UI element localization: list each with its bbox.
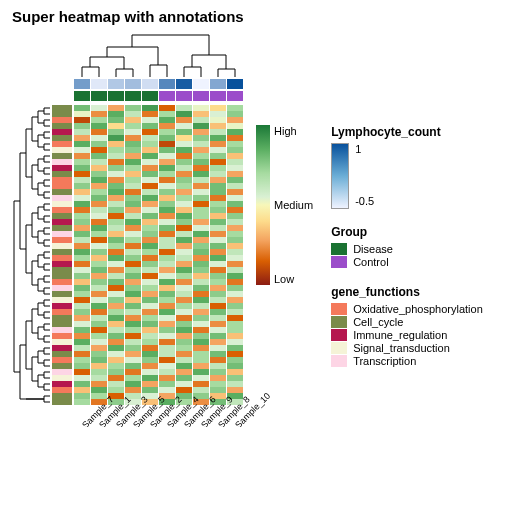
group-cell <box>74 91 90 101</box>
lymph-cell <box>108 79 124 89</box>
lymph-cell <box>210 79 226 89</box>
lymph-tick-high: 1 <box>355 143 374 155</box>
swatch <box>331 342 347 354</box>
swatch <box>331 316 347 328</box>
legend-item: Transcription <box>331 355 483 367</box>
chart-title: Super heatmap with annotations <box>12 8 510 25</box>
lymph-cell <box>74 79 90 89</box>
legend-label: Signal_transduction <box>353 342 450 354</box>
legend-lymphocyte: Lymphocyte_count 1 -0.5 <box>331 125 483 209</box>
lymph-cell <box>193 79 209 89</box>
legend-label: Immune_regulation <box>353 329 447 341</box>
group-cell <box>108 91 124 101</box>
swatch <box>331 243 347 255</box>
legend-label: Cell_cycle <box>353 316 403 328</box>
legend-group: Group DiseaseControl <box>331 225 483 269</box>
lymphocyte-colorbar <box>331 143 349 209</box>
swatch <box>331 355 347 367</box>
gene-functions-strip <box>52 105 72 405</box>
group-cell <box>159 91 175 101</box>
legend-title-gene: gene_functions <box>331 285 483 299</box>
legend-title-group: Group <box>331 225 483 239</box>
legend-label: Disease <box>353 243 393 255</box>
group-cell <box>193 91 209 101</box>
swatch <box>331 256 347 268</box>
legend-item: Immune_regulation <box>331 329 483 341</box>
swatch <box>331 303 347 315</box>
group-strip <box>74 91 244 101</box>
legend-item: Control <box>331 256 483 268</box>
heatmap-colorbar: High Medium Low <box>256 125 313 285</box>
legends: Lymphocyte_count 1 -0.5 Group DiseaseCon… <box>331 29 483 368</box>
lymph-cell <box>227 79 243 89</box>
lymph-tick-low: -0.5 <box>355 195 374 207</box>
lymph-cell <box>91 79 107 89</box>
lymph-cell <box>176 79 192 89</box>
legend-item: Disease <box>331 243 483 255</box>
lymphocyte-count-strip <box>74 79 244 89</box>
column-label: Sample_7 <box>80 411 99 427</box>
lymph-cell <box>125 79 141 89</box>
heatmap-matrix <box>74 105 244 405</box>
group-cell <box>91 91 107 101</box>
group-cell <box>125 91 141 101</box>
legend-title-lymph: Lymphocyte_count <box>331 125 483 139</box>
column-labels: Sample_7Sample_1Sample_3Sample_5Sample_2… <box>74 409 244 419</box>
scale-low: Low <box>274 273 313 285</box>
legend-label: Transcription <box>353 355 416 367</box>
lymph-cell <box>159 79 175 89</box>
legend-label: Oxidative_phosphorylation <box>353 303 483 315</box>
row-dendrogram <box>8 105 50 405</box>
figure: Sample_7Sample_1Sample_3Sample_5Sample_2… <box>8 29 510 419</box>
group-cell <box>227 91 243 101</box>
heatmap-cell <box>74 399 90 405</box>
legend-item: Cell_cycle <box>331 316 483 328</box>
group-cell <box>176 91 192 101</box>
legend-item: Signal_transduction <box>331 342 483 354</box>
legend-gene-functions: gene_functions Oxidative_phosphorylation… <box>331 285 483 368</box>
gene-func-cell <box>52 399 72 405</box>
swatch <box>331 329 347 341</box>
lymph-cell <box>142 79 158 89</box>
column-dendrogram <box>74 29 244 77</box>
legend-label: Control <box>353 256 388 268</box>
group-cell <box>142 91 158 101</box>
legend-item: Oxidative_phosphorylation <box>331 303 483 315</box>
group-cell <box>210 91 226 101</box>
scale-medium: Medium <box>274 199 313 211</box>
column-annotations <box>74 79 244 103</box>
scale-high: High <box>274 125 313 137</box>
